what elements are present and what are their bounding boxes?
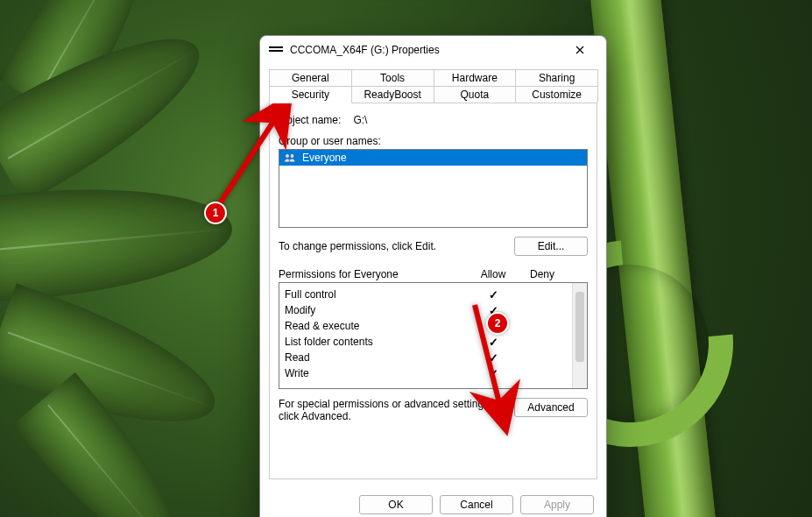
check-icon bbox=[489, 320, 498, 333]
tab-customize[interactable]: Customize bbox=[515, 86, 598, 103]
security-tab-panel: Object name: G:\ Group or user names: Ev… bbox=[269, 103, 597, 479]
check-icon bbox=[489, 351, 498, 365]
group-icon bbox=[283, 152, 297, 163]
permission-name: Modify bbox=[285, 304, 469, 316]
permission-row: Modify bbox=[285, 302, 567, 318]
advanced-hint-text: For special permissions or advanced sett… bbox=[279, 398, 505, 422]
scrollbar[interactable] bbox=[572, 283, 587, 388]
permission-row: List folder contents bbox=[285, 334, 567, 350]
allow-column-header: Allow bbox=[469, 268, 518, 280]
dialog-footer: OK Cancel Apply bbox=[260, 486, 606, 517]
ok-button[interactable]: OK bbox=[359, 495, 433, 514]
group-or-user-names-list[interactable]: Everyone bbox=[279, 149, 588, 228]
window-title: CCCOMA_X64F (G:) Properties bbox=[290, 44, 562, 56]
object-name-label: Object name: bbox=[279, 114, 341, 126]
check-icon bbox=[489, 304, 498, 317]
tab-quota[interactable]: Quota bbox=[434, 86, 517, 103]
permission-name: Full control bbox=[285, 288, 469, 301]
list-item[interactable]: Everyone bbox=[279, 150, 587, 166]
tab-tools[interactable]: Tools bbox=[351, 69, 434, 86]
edit-hint-text: To change permissions, click Edit. bbox=[279, 240, 505, 252]
permission-name: Read & execute bbox=[285, 320, 469, 332]
permission-name: Read bbox=[285, 351, 469, 364]
system-menu-icon[interactable] bbox=[269, 46, 283, 54]
scrollbar-thumb[interactable] bbox=[575, 292, 584, 362]
tab-readyboost[interactable]: ReadyBoost bbox=[351, 86, 434, 103]
permission-name: List folder contents bbox=[285, 336, 469, 348]
permission-row: Read & execute bbox=[285, 318, 567, 334]
deny-column-header: Deny bbox=[518, 268, 567, 280]
permission-name: Write bbox=[285, 367, 469, 379]
permission-allow-check bbox=[469, 304, 518, 317]
cancel-button[interactable]: Cancel bbox=[440, 495, 513, 514]
permission-row: Read bbox=[285, 350, 567, 365]
permission-row: Full control bbox=[285, 287, 567, 302]
list-item-label: Everyone bbox=[302, 152, 347, 164]
edit-button[interactable]: Edit... bbox=[514, 237, 588, 256]
close-button[interactable] bbox=[562, 38, 597, 62]
permission-allow-check bbox=[469, 367, 518, 380]
apply-button[interactable]: Apply bbox=[520, 495, 594, 514]
check-icon bbox=[489, 288, 498, 301]
tab-sharing[interactable]: Sharing bbox=[515, 69, 598, 86]
object-name-value: G:\ bbox=[353, 114, 367, 126]
permission-allow-check bbox=[469, 320, 518, 333]
titlebar[interactable]: CCCOMA_X64F (G:) Properties bbox=[260, 36, 606, 64]
advanced-button[interactable]: Advanced bbox=[514, 398, 588, 417]
permission-allow-check bbox=[469, 351, 518, 365]
permissions-title: Permissions for Everyone bbox=[279, 268, 469, 280]
permission-allow-check bbox=[469, 288, 518, 301]
permission-row: Write bbox=[285, 365, 567, 381]
permission-allow-check bbox=[469, 336, 518, 349]
tab-general[interactable]: General bbox=[269, 69, 352, 86]
tab-hardware[interactable]: Hardware bbox=[434, 69, 517, 86]
check-icon bbox=[489, 336, 498, 349]
tab-strip: General Tools Hardware Sharing Security … bbox=[269, 69, 597, 103]
close-icon bbox=[575, 46, 584, 54]
svg-point-1 bbox=[290, 154, 294, 159]
properties-dialog: CCCOMA_X64F (G:) Properties General Tool… bbox=[259, 35, 607, 517]
check-icon bbox=[489, 367, 498, 380]
tab-security[interactable]: Security bbox=[269, 86, 352, 103]
svg-point-0 bbox=[286, 154, 290, 159]
group-or-user-names-label: Group or user names: bbox=[279, 135, 588, 147]
permissions-list: Full controlModifyRead & executeList fol… bbox=[279, 282, 588, 389]
